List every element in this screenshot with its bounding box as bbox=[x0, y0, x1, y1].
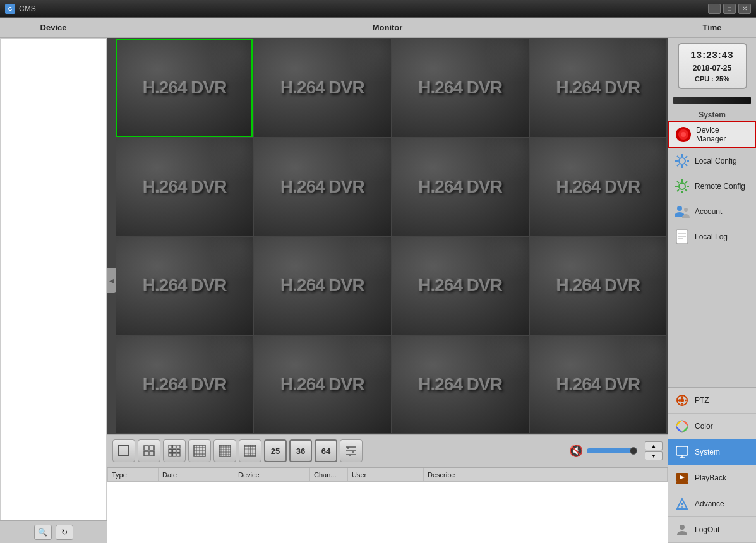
video-cell-14[interactable]: H.264 DVR bbox=[392, 336, 529, 434]
video-cell-6[interactable]: H.264 DVR bbox=[392, 138, 529, 236]
svg-rect-10 bbox=[177, 450, 180, 453]
video-cell-4[interactable]: H.264 DVR bbox=[116, 138, 253, 236]
remote-config-button[interactable]: Remote Config bbox=[668, 174, 756, 199]
advance-label: Advance bbox=[695, 499, 724, 508]
layout-36-button[interactable]: 36 bbox=[289, 439, 312, 462]
svg-line-66 bbox=[685, 181, 687, 183]
svg-point-90 bbox=[680, 525, 685, 530]
system-menu: Device Manager bbox=[668, 121, 756, 249]
video-cell-1[interactable]: H.264 DVR bbox=[254, 39, 390, 137]
svg-point-59 bbox=[679, 183, 685, 189]
video-cell-label-10: H.264 DVR bbox=[418, 275, 502, 295]
ptz-label: PTZ bbox=[695, 396, 709, 405]
layout-64-button[interactable]: 64 bbox=[315, 439, 337, 462]
layout-6x6-button[interactable] bbox=[239, 439, 261, 462]
time-display: 13:23:43 2018-07-25 CPU : 25% bbox=[678, 43, 747, 89]
local-log-button[interactable]: Local Log bbox=[668, 224, 756, 249]
scroll-down-button[interactable]: ▼ bbox=[645, 451, 663, 460]
svg-point-68 bbox=[677, 206, 682, 211]
device-header: Device bbox=[0, 18, 107, 38]
layout-1x1-button[interactable] bbox=[112, 439, 135, 462]
sidebar-bottom: 🔍 ↻ bbox=[0, 520, 107, 543]
video-cell-5[interactable]: H.264 DVR bbox=[254, 138, 390, 236]
color-icon bbox=[675, 419, 690, 434]
ptz-button[interactable]: PTZ bbox=[668, 388, 756, 414]
svg-line-65 bbox=[685, 189, 687, 191]
layout-3x3-button[interactable] bbox=[163, 439, 186, 462]
remote-config-icon bbox=[673, 177, 691, 195]
svg-rect-8 bbox=[169, 450, 172, 453]
log-col-describe: Describe bbox=[424, 468, 668, 482]
video-cell-12[interactable]: H.264 DVR bbox=[116, 336, 253, 434]
main-layout: Device 🔍 ↻ Monitor ◀ H.264 DVRH.264 DVRH… bbox=[0, 18, 756, 543]
video-cell-label-4: H.264 DVR bbox=[143, 177, 227, 197]
video-cell-label-13: H.264 DVR bbox=[280, 374, 364, 395]
account-button[interactable]: Account bbox=[668, 199, 756, 224]
device-tree[interactable] bbox=[0, 38, 107, 520]
video-cell-0[interactable]: H.264 DVR bbox=[116, 39, 253, 137]
svg-rect-9 bbox=[173, 450, 176, 453]
layout-2x2-button[interactable] bbox=[138, 439, 160, 462]
cpu-usage: CPU : 25% bbox=[684, 74, 741, 85]
current-date: 2018-07-25 bbox=[684, 63, 741, 74]
refresh-button[interactable]: ↻ bbox=[56, 525, 73, 540]
log-area: TypeDateDeviceChan...UserDescribe bbox=[107, 467, 668, 543]
advance-button[interactable]: Advance bbox=[668, 491, 756, 517]
svg-line-67 bbox=[677, 189, 679, 191]
video-cell-15[interactable]: H.264 DVR bbox=[530, 336, 666, 434]
logout-button[interactable]: LogOut bbox=[668, 517, 756, 543]
video-cell-7[interactable]: H.264 DVR bbox=[530, 138, 666, 236]
video-cell-11[interactable]: H.264 DVR bbox=[530, 237, 666, 335]
settings-button[interactable] bbox=[340, 439, 363, 462]
layout-4x4-button[interactable] bbox=[188, 439, 211, 462]
maximize-button[interactable]: □ bbox=[723, 4, 736, 14]
playback-button[interactable]: PlayBack bbox=[668, 465, 756, 491]
system-bottom-icon bbox=[675, 445, 690, 460]
video-cell-8[interactable]: H.264 DVR bbox=[116, 237, 253, 335]
layout-5x5-button[interactable] bbox=[213, 439, 236, 462]
svg-rect-70 bbox=[676, 230, 688, 244]
video-cell-label-5: H.264 DVR bbox=[280, 177, 364, 197]
video-grid: H.264 DVRH.264 DVRH.264 DVRH.264 DVRH.26… bbox=[107, 38, 668, 434]
video-cell-13[interactable]: H.264 DVR bbox=[254, 336, 390, 434]
scroll-arrows: ▲ ▼ bbox=[645, 441, 663, 460]
video-cell-label-14: H.264 DVR bbox=[418, 374, 502, 395]
search-button[interactable]: 🔍 bbox=[34, 525, 52, 540]
log-col-user: User bbox=[348, 468, 424, 482]
svg-point-49 bbox=[681, 132, 686, 137]
device-manager-button[interactable]: Device Manager bbox=[668, 121, 756, 148]
log-col-type: Type bbox=[108, 468, 159, 482]
volume-slider[interactable] bbox=[587, 448, 637, 453]
logout-label: LogOut bbox=[695, 525, 719, 534]
minimize-button[interactable]: – bbox=[708, 4, 721, 14]
toolbar: 25 36 64 🔇 bbox=[107, 434, 668, 467]
video-cell-9[interactable]: H.264 DVR bbox=[254, 237, 390, 335]
video-cell-3[interactable]: H.264 DVR bbox=[530, 39, 666, 137]
volume-icon[interactable]: 🔇 bbox=[569, 444, 583, 458]
video-cell-2[interactable]: H.264 DVR bbox=[392, 39, 529, 137]
svg-point-69 bbox=[684, 208, 688, 212]
color-button[interactable]: Color bbox=[668, 414, 756, 439]
scroll-up-button[interactable]: ▲ bbox=[645, 441, 663, 450]
svg-rect-11 bbox=[169, 453, 172, 456]
svg-rect-0 bbox=[119, 446, 129, 456]
svg-rect-6 bbox=[173, 445, 176, 448]
close-button[interactable]: ✕ bbox=[738, 4, 751, 14]
svg-rect-81 bbox=[676, 446, 688, 455]
local-config-icon bbox=[673, 152, 691, 170]
sidebar-spacer bbox=[668, 249, 756, 387]
log-col-date: Date bbox=[159, 468, 234, 482]
video-cell-10[interactable]: H.264 DVR bbox=[392, 237, 529, 335]
layout-25-button[interactable]: 25 bbox=[264, 439, 287, 462]
device-manager-label: Device Manager bbox=[696, 126, 750, 143]
system-bottom-button[interactable]: System bbox=[668, 439, 756, 465]
video-cell-label-9: H.264 DVR bbox=[280, 275, 364, 295]
system-section-label: System bbox=[668, 110, 756, 119]
log-col-device: Device bbox=[234, 468, 310, 482]
right-sidebar: Time 13:23:43 2018-07-25 CPU : 25% Syste… bbox=[668, 18, 756, 543]
local-config-button[interactable]: Local Config bbox=[668, 148, 756, 174]
svg-rect-1 bbox=[144, 446, 148, 450]
collapse-handle[interactable]: ◀ bbox=[107, 268, 116, 293]
video-cell-label-6: H.264 DVR bbox=[418, 177, 502, 197]
advance-icon bbox=[675, 496, 690, 511]
